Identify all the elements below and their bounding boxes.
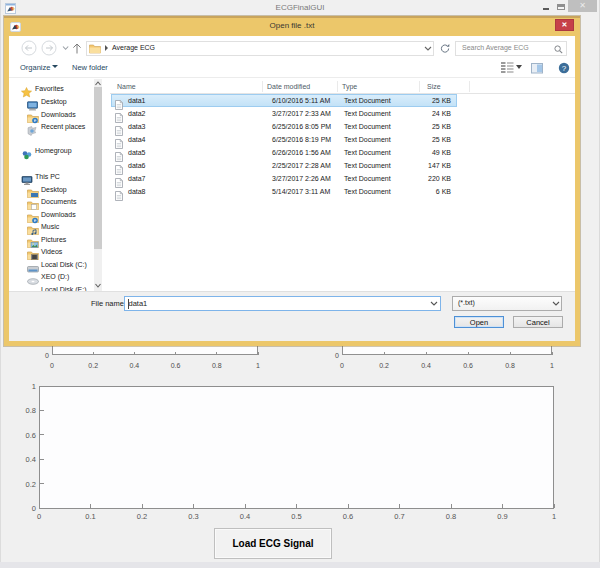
svg-text:?: ? — [562, 63, 567, 72]
